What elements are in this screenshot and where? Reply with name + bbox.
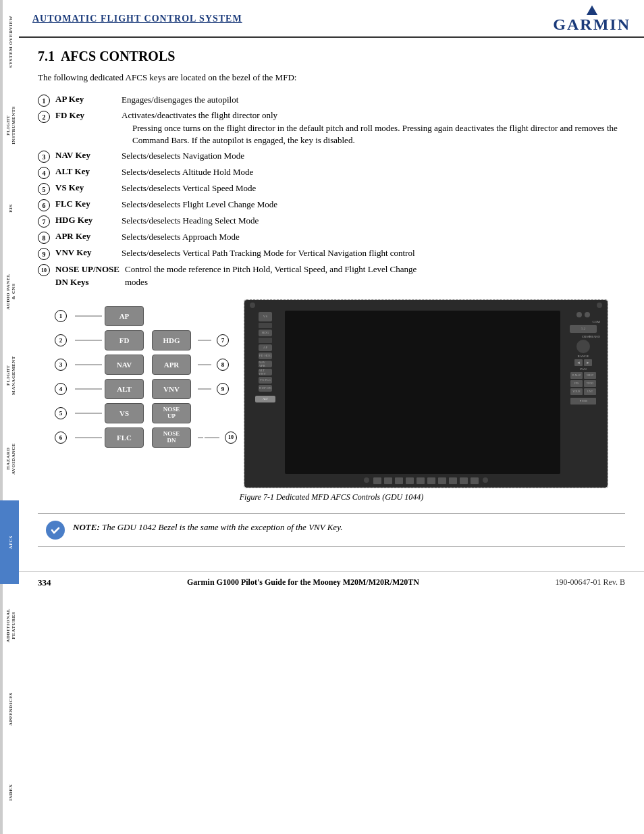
bb9 [460,477,468,484]
key-num-9: 9 [38,248,50,260]
key-name-fd: FD Key [55,110,116,121]
page-body: 7.1 AFCS CONTROLS The following dedicate… [19,38,644,566]
key-num-4: 4 [38,167,50,179]
key-name-alt: ALT Key [55,166,116,177]
line-10b-icon [205,437,219,438]
key-item-nav: 3 NAV Key Selects/deselects Navigation M… [38,150,625,163]
mfd-main-screen [285,311,560,474]
btn-nose-up: NOSEUP [152,403,191,423]
mfd-bottom-row [244,474,608,488]
mfd-screen-outer: VS HDG AP FD HDG NAV APR ALT VNV VS FLC [244,299,608,488]
mfd-mini-ap: AP [259,344,272,351]
sidebar-item-index[interactable]: INDEX [0,751,19,835]
footer-page-num: 334 [38,577,51,588]
mfd-btn-fps: FPS [570,380,583,387]
key-list: 1 AP Key Engages/disengages the autopilo… [38,94,625,288]
btn-hdg: HDG [152,330,191,350]
key-desc-fd-extra: Pressing once turns on the flight direct… [122,122,625,147]
mfd-bottom-btns: D-MAP NRST FPS TPOD YDUR UNT ▼FMS [566,372,600,405]
key-desc-fd-block: Activates/deactivates the flight directo… [122,110,625,147]
btn-row-6: 6 FLC NOSEDN 10 [55,427,244,448]
key-name-flc: FLC Key [55,199,116,209]
mfd-right-knob [576,340,590,353]
footer-doc-num: 190-00647-01 Rev. B [555,577,625,588]
mfd-btn-unt: UNT [584,388,596,395]
key-item-fd: 2 FD Key Activates/deactivates the fligh… [38,110,625,147]
mfd-range-btns: ◄ ► [574,359,592,366]
note-content-em: The GDU 1042 Bezel is the same with the … [102,522,342,532]
circle-2: 2 [55,334,67,346]
sidebar-item-afcs[interactable]: AFCS [0,500,19,584]
sidebar-item-audio-panel[interactable]: AUDIO PANEL& CNS [0,251,19,334]
key-num-3: 3 [38,151,50,163]
btn-flc: FLC [105,427,144,448]
dot-bl [364,477,369,483]
circle-8: 8 [217,359,229,371]
mfd-body: VS HDG AP FD HDG NAV APR ALT VNV VS FLC [244,300,608,488]
sidebar-item-flight-management[interactable]: FLIGHTMANAGEMENT [0,334,19,417]
page-footer: 334 Garmin G1000 Pilot's Guide for the M… [19,571,644,594]
dot-r2 [585,312,590,317]
sidebar-item-additional-features[interactable]: ADDITIONALFEATURES [0,584,19,668]
bb10 [471,477,479,484]
btn-row-1: 1 AP [55,306,244,326]
key-item-nose: 10 NOSE UP/NOSEDN Keys Control the mode … [38,263,625,288]
mfd-diagram: 1 AP 2 FD HDG 7 3 [55,299,608,488]
left-panel: 1 AP 2 FD HDG 7 3 [55,299,244,488]
mfd-range-dec: ◄ [574,359,583,366]
note-text: NOTE: The GDU 1042 Bezel is the same wit… [73,521,342,534]
bb5 [417,477,425,484]
mfd-mini-btn-1: VS [259,312,272,321]
key-num-6: 6 [38,199,50,211]
bb8 [449,477,457,484]
mfd-btn-fms: ▼FMS [570,398,596,405]
bb6 [427,477,435,484]
bb3 [395,477,403,484]
mfd-mini-knob [259,323,272,328]
key-name-ap: AP Key [55,94,116,105]
note-label: NOTE: [73,522,100,532]
key-name-vs: VS Key [55,182,116,193]
btn-apr: APR [152,355,191,375]
sidebar-item-flight-instruments[interactable]: FLIGHTINSTRUMENTS [0,84,19,167]
line-6-icon [75,437,102,438]
mfd-mini-vs-flc: VS FLC [259,377,272,384]
mfd-mini-hdg: HDG [259,330,272,336]
btn-vnv: VNV [152,379,191,399]
footer-title: Garmin G1000 Pilot's Guide for the Moone… [187,577,419,588]
line-5-icon [75,413,102,414]
key-item-flc: 6 FLC Key Selects/deselects Flight Level… [38,199,625,211]
circle-1: 1 [55,310,67,322]
sidebar-item-appendices[interactable]: APPENDICES [0,667,19,751]
line-10-icon [198,437,203,438]
circle-9: 9 [217,383,229,395]
mfd-range-inc: ► [584,359,592,366]
btn-nose-dn: NOSEDN [152,427,191,448]
dot-r1 [576,312,582,317]
line-4-icon [75,388,102,390]
mfd-screen-row: VS HDG AP FD HDG NAV APR ALT VNV VS FLC [248,311,603,474]
page-header: AUTOMATIC FLIGHT CONTROL SYSTEM GARMIN [19,0,644,38]
key-desc-apr: Selects/deselects Approach Mode [122,231,625,243]
mfd-top-dots [244,300,608,311]
btn-fd: FD [105,330,144,350]
bb2 [384,477,392,484]
mfd-mini-nose: NUP DN [259,385,272,392]
section-title: 7.1 AFCS CONTROLS [38,49,625,64]
key-name-apr: APR Key [55,231,116,242]
key-item-hdg: 7 HDG Key Selects/deselects Heading Sele… [38,215,625,228]
key-desc-vs: Selects/deselects Vertical Speed Mode [122,182,625,194]
mfd-mini-alt-vnv: ALT VNV [259,369,272,375]
checkmark-icon [49,523,62,537]
sidebar-item-eis[interactable]: EIS [0,167,19,251]
btn-nav: NAV [105,355,144,375]
garmin-triangle-icon [587,5,597,15]
line-apr-icon [198,364,211,365]
key-desc-alt: Selects/deselects Altitude Hold Mode [122,166,625,178]
key-name-nose: NOSE UP/NOSEDN Keys [55,263,119,288]
intro-text: The following dedicated AFCS keys are lo… [38,72,625,83]
btn-row-4: 4 ALT VNV 9 [55,379,244,399]
line-2-icon [75,340,102,341]
sidebar-item-hazard-avoidance[interactable]: HAZARDAVOIDANCE [0,417,19,501]
sidebar-item-system-overview[interactable]: SYSTEM OVERVIEW [0,0,19,84]
